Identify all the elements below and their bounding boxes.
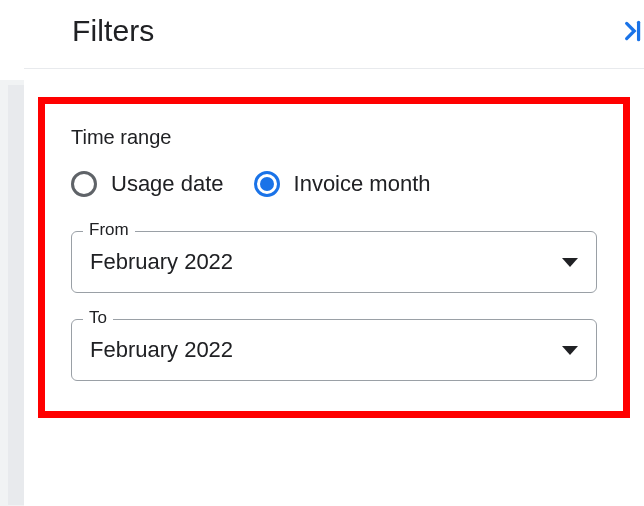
chevron-collapse-icon: [618, 18, 644, 44]
inner-gutter: [8, 85, 24, 505]
radio-invoice-month[interactable]: Invoice month: [254, 171, 431, 197]
to-label: To: [83, 308, 113, 328]
radio-usage-date[interactable]: Usage date: [71, 171, 224, 197]
time-range-radio-group: Usage date Invoice month: [71, 171, 597, 197]
radio-circle-icon: [254, 171, 280, 197]
from-select[interactable]: February 2022: [71, 231, 597, 293]
radio-circle-icon: [71, 171, 97, 197]
from-field: From February 2022: [71, 231, 597, 293]
caret-down-icon: [562, 346, 578, 355]
radio-usage-date-label: Usage date: [111, 171, 224, 197]
filters-title: Filters: [72, 14, 154, 48]
time-range-title: Time range: [71, 126, 597, 149]
time-range-section: Time range Usage date Invoice month From…: [38, 97, 630, 418]
collapse-panel-button[interactable]: [618, 18, 644, 44]
radio-invoice-month-label: Invoice month: [294, 171, 431, 197]
from-label: From: [83, 220, 135, 240]
filters-header: Filters: [24, 0, 644, 69]
to-field: To February 2022: [71, 319, 597, 381]
from-value: February 2022: [90, 249, 233, 275]
to-value: February 2022: [90, 337, 233, 363]
to-select[interactable]: February 2022: [71, 319, 597, 381]
filters-panel: Filters Time range Usage date Invoice mo…: [24, 0, 644, 506]
caret-down-icon: [562, 258, 578, 267]
